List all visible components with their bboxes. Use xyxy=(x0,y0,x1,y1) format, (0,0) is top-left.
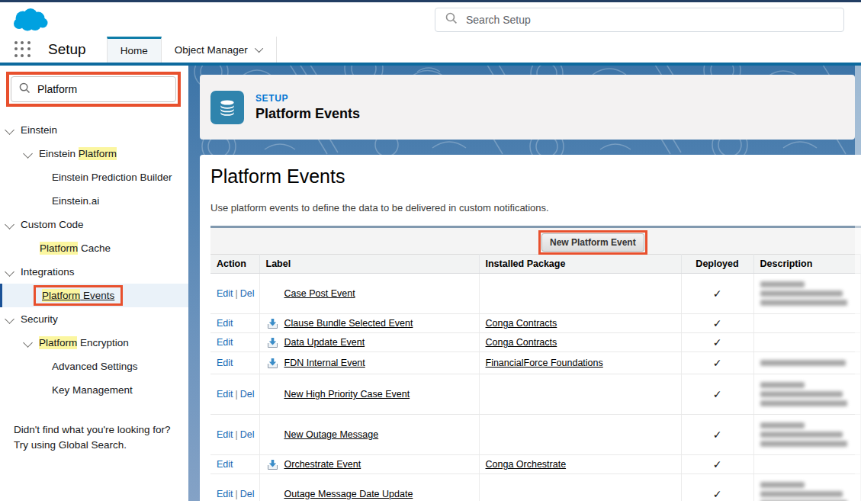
edit-link[interactable]: Edit xyxy=(217,429,233,440)
del-link[interactable]: Del xyxy=(240,389,255,400)
edit-link[interactable]: Edit xyxy=(217,389,233,400)
label-text: Integrations xyxy=(21,266,75,278)
deployed-cell: ✓ xyxy=(681,352,753,374)
action-separator: | xyxy=(233,489,240,499)
label-text: Encryption xyxy=(77,337,129,348)
installed-package-link[interactable]: Conga Contracts xyxy=(486,318,557,329)
installed-package-icon xyxy=(266,358,279,369)
setup-eyebrow-link[interactable]: SETUP xyxy=(255,93,360,104)
label-cell: Case Post Event xyxy=(259,274,479,314)
deployed-checkmark-icon: ✓ xyxy=(688,317,747,329)
label-cell: Clause Bundle Selected Event xyxy=(259,314,479,333)
edit-link[interactable]: Edit xyxy=(217,288,233,299)
sidebar-item-platform-cache[interactable]: Platform Cache xyxy=(0,236,188,260)
chevron-down-icon[interactable] xyxy=(5,314,14,324)
tab-object-manager[interactable]: Object Manager xyxy=(162,37,277,63)
deployed-cell: ✓ xyxy=(681,333,753,352)
deployed-cell: ✓ xyxy=(681,474,753,502)
sidebar-search-input[interactable] xyxy=(37,83,175,95)
installed-package-cell xyxy=(479,474,681,502)
tab-object-manager-label: Object Manager xyxy=(175,44,248,56)
table-row: Edit|DelCase Post Event✓ xyxy=(210,274,861,314)
new-platform-event-button[interactable]: New Platform Event xyxy=(541,233,644,252)
edit-link[interactable]: Edit xyxy=(217,318,233,329)
action-cell: Edit xyxy=(210,455,259,474)
tab-home-label: Home xyxy=(120,45,148,56)
sidebar-item-einstein-prediction-builder[interactable]: Einstein Prediction Builder xyxy=(0,165,188,189)
edit-link[interactable]: Edit xyxy=(217,459,233,470)
installed-package-cell: Conga Orchestrate xyxy=(479,455,681,474)
sidebar-item-security[interactable]: Security xyxy=(0,307,188,331)
event-label-link[interactable]: Orchestrate Event xyxy=(284,459,361,470)
platform-events-database-icon xyxy=(210,91,244,124)
redacted-description xyxy=(760,277,855,310)
chevron-down-icon[interactable] xyxy=(5,220,14,230)
deployed-checkmark-icon: ✓ xyxy=(688,336,747,348)
edit-link[interactable]: Edit xyxy=(217,489,233,499)
column-header-deployed: Deployed xyxy=(681,255,753,274)
label-text: Einstein xyxy=(39,148,79,159)
installed-package-link[interactable]: FinancialForce Foundations xyxy=(486,358,603,368)
label-text: Security xyxy=(21,313,58,325)
icon-spacer xyxy=(266,389,279,400)
event-label-link[interactable]: Clause Bundle Selected Event xyxy=(284,318,413,329)
redacted-description xyxy=(760,477,855,501)
sidebar-item-platform-encryption[interactable]: Platform Encryption xyxy=(0,331,188,355)
event-label-link[interactable]: New Outage Message xyxy=(284,429,379,440)
installed-package-link[interactable]: Conga Contracts xyxy=(486,337,557,348)
table-row: Edit|DelOutage Message Date Update✓ xyxy=(210,474,861,502)
description-cell xyxy=(753,474,861,502)
platform-events-list: New Platform Event ActionLabelInstalled … xyxy=(210,226,861,501)
sidebar-item-platform-events[interactable]: Platform Events xyxy=(0,284,188,307)
deployed-checkmark-icon: ✓ xyxy=(688,357,747,369)
sidebar-search-box[interactable] xyxy=(11,76,176,102)
edit-link[interactable]: Edit xyxy=(217,358,233,368)
scrollbar[interactable] xyxy=(855,66,861,501)
installed-package-link[interactable]: Conga Orchestrate xyxy=(486,459,567,470)
event-label-link[interactable]: Case Post Event xyxy=(284,288,355,299)
installed-package-cell xyxy=(479,274,681,314)
event-label-link[interactable]: FDN Internal Event xyxy=(284,358,365,368)
tab-home[interactable]: Home xyxy=(107,37,162,63)
main-region: SETUP Platform Events Platform Events Us… xyxy=(188,66,861,501)
edit-link[interactable]: Edit xyxy=(217,337,233,348)
page-title: Platform Events xyxy=(210,165,861,188)
sidebar-item-advanced-settings[interactable]: Advanced Settings xyxy=(0,355,188,378)
chevron-down-icon[interactable] xyxy=(23,338,33,348)
chevron-down-icon[interactable] xyxy=(23,149,33,159)
table-row: Edit|DelNew High Priority Case Event✓ xyxy=(210,374,861,415)
label-text: Events xyxy=(80,290,114,301)
sidebar-footer-text: Didn't find what you're looking for? Try… xyxy=(14,422,171,453)
sidebar-item-key-management[interactable]: Key Management xyxy=(0,378,188,402)
chevron-down-icon[interactable] xyxy=(5,125,14,135)
chevron-down-icon[interactable] xyxy=(5,267,14,277)
sidebar-item-einstein[interactable]: Einstein xyxy=(0,118,188,142)
sidebar-item-einstein-platform[interactable]: Einstein Platform xyxy=(0,142,188,165)
search-highlight: Platform xyxy=(40,242,78,255)
sidebar-item-einstein-ai[interactable]: Einstein.ai xyxy=(0,189,188,213)
action-cell: Edit|Del xyxy=(210,374,259,415)
event-label-link[interactable]: New High Priority Case Event xyxy=(284,389,410,400)
del-link[interactable]: Del xyxy=(240,429,255,440)
label-text: Advanced Settings xyxy=(52,361,138,372)
sidebar-item-label: Advanced Settings xyxy=(52,361,138,372)
label-text: Einstein Prediction Builder xyxy=(52,172,172,183)
table-row: Edit|DelNew Outage Message✓ xyxy=(210,415,861,455)
sidebar-item-custom-code[interactable]: Custom Code xyxy=(0,213,188,236)
app-launcher-icon[interactable] xyxy=(14,41,31,58)
event-label-link[interactable]: Outage Message Date Update xyxy=(284,489,413,499)
label-text: Key Management xyxy=(52,384,133,396)
sidebar-item-label: Key Management xyxy=(52,384,133,396)
label-text: Einstein.ai xyxy=(52,195,99,207)
del-link[interactable]: Del xyxy=(240,288,255,299)
sidebar-item-integrations[interactable]: Integrations xyxy=(0,260,188,284)
global-search-box[interactable] xyxy=(435,8,844,32)
del-link[interactable]: Del xyxy=(240,489,255,499)
description-cell xyxy=(753,374,861,415)
setup-sidebar: EinsteinEinstein PlatformEinstein Predic… xyxy=(0,66,188,501)
global-search-input[interactable] xyxy=(466,14,834,26)
sidebar-item-label: Security xyxy=(21,313,58,325)
event-label-link[interactable]: Data Update Event xyxy=(284,337,365,348)
column-header-description: Description xyxy=(753,255,861,274)
global-header xyxy=(0,2,861,37)
